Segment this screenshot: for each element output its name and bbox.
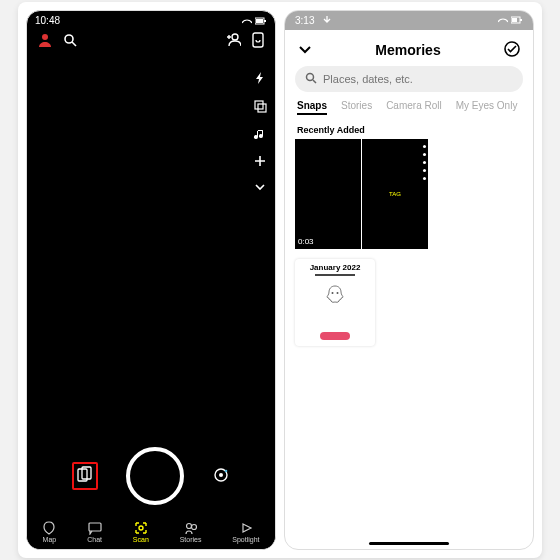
svg-rect-21 [520,19,522,21]
section-header-recently: Recently Added [285,119,533,139]
chevron-down-icon[interactable] [254,181,266,195]
svg-point-26 [337,292,339,294]
nav-stories[interactable]: Stories [180,521,202,543]
memories-topbar: Memories [285,30,533,66]
search-input[interactable] [323,73,513,85]
svg-point-18 [191,525,196,530]
flash-icon[interactable] [253,71,267,87]
flip-camera-icon[interactable] [251,32,265,50]
search-icon[interactable] [63,33,77,49]
svg-point-23 [307,74,314,81]
svg-rect-9 [258,104,266,112]
svg-point-25 [332,292,334,294]
svg-rect-2 [264,20,266,22]
month-card-header: January 2022 [295,263,375,272]
status-time-right: 3:13 [295,15,314,26]
camera-bottom-controls [27,447,275,505]
svg-line-5 [72,42,76,46]
status-bar-left: 10:48 [27,11,275,30]
month-card[interactable]: January 2022 [295,259,375,346]
svg-rect-8 [255,101,263,109]
status-time: 10:48 [35,15,60,26]
memories-button[interactable] [76,475,94,486]
plus-icon[interactable] [254,155,266,169]
svg-rect-20 [512,18,517,22]
tab-camera-roll[interactable]: Camera Roll [386,100,442,115]
music-icon[interactable] [253,127,267,143]
page-title: Memories [313,42,503,58]
camera-screen: 10:48 [26,10,276,550]
snap-duration: 0:03 [298,237,314,246]
status-icons-right2 [498,15,523,26]
svg-point-6 [232,34,238,40]
svg-rect-7 [253,33,263,47]
memories-screen: 3:13 Memories Snaps [284,10,534,550]
svg-point-16 [139,526,143,530]
layers-icon[interactable] [253,99,267,115]
memories-button-highlight [72,462,98,490]
ghost-icon [295,284,375,308]
svg-point-4 [65,35,73,43]
snap-thumbnail-2[interactable]: TAG [362,139,428,249]
nav-spotlight-label: Spotlight [232,536,259,543]
nav-chat[interactable]: Chat [87,521,102,543]
snap-thumbnail-1[interactable]: 0:03 [295,139,361,249]
tab-stories[interactable]: Stories [341,100,372,115]
bottom-nav: Map Chat Scan Stories Spotlight [27,517,275,549]
nav-chat-label: Chat [87,536,102,543]
nav-map-label: Map [43,536,57,543]
svg-point-3 [42,34,48,40]
svg-rect-15 [89,523,101,531]
shutter-button[interactable] [126,447,184,505]
tab-my-eyes-only[interactable]: My Eyes Only [456,100,518,115]
thumbnail-row: 0:03 TAG [285,139,533,249]
search-bar[interactable] [295,66,523,92]
topbar [27,30,275,50]
month-card-button[interactable] [320,332,350,340]
month-card-bar [315,274,355,276]
status-bar-right: 3:13 [285,11,533,30]
memories-tabs: Snaps Stories Camera Roll My Eyes Only [285,100,533,119]
home-indicator [369,542,449,545]
svg-point-13 [219,473,223,477]
add-friend-icon[interactable] [225,33,241,49]
tab-snaps[interactable]: Snaps [297,100,327,115]
profile-icon[interactable] [37,32,53,50]
select-icon[interactable] [503,40,521,60]
search-icon-right [305,72,317,86]
nav-scan-label: Scan [133,536,149,543]
svg-rect-1 [256,19,263,23]
side-toolbar [253,71,267,195]
lens-carousel-icon[interactable] [212,466,230,486]
thumb-side-dots [423,145,426,180]
svg-line-24 [313,80,316,83]
nav-scan[interactable]: Scan [133,521,149,543]
status-icons-right [242,15,267,26]
nav-stories-label: Stories [180,536,202,543]
snap-tag-label: TAG [389,191,401,197]
svg-point-14 [225,470,228,473]
svg-point-17 [186,524,191,529]
close-chevron-icon[interactable] [297,41,313,59]
nav-spotlight[interactable]: Spotlight [232,521,259,543]
nav-map[interactable]: Map [42,521,56,543]
